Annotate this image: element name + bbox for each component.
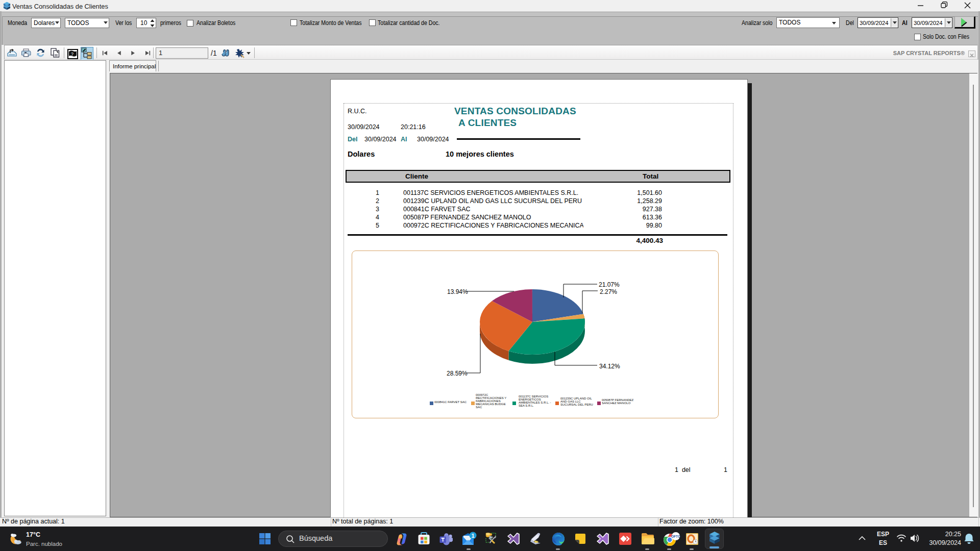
svg-text:OFTO: OFTO bbox=[671, 535, 680, 538]
svg-text:1: 1 bbox=[471, 533, 474, 539]
svg-text:?: ? bbox=[71, 52, 74, 57]
